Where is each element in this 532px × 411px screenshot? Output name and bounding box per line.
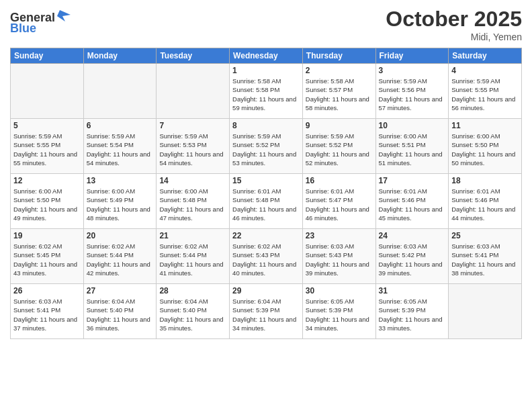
calendar-cell: 23Sunrise: 6:03 AM Sunset: 5:43 PM Dayli… bbox=[302, 229, 375, 284]
day-info: Sunrise: 6:05 AM Sunset: 5:39 PM Dayligh… bbox=[306, 297, 373, 332]
weekday-header-thursday: Thursday bbox=[302, 48, 375, 64]
day-number: 21 bbox=[159, 231, 226, 240]
week-row-5: 26Sunrise: 6:03 AM Sunset: 5:41 PM Dayli… bbox=[11, 284, 522, 339]
calendar-cell: 10Sunrise: 6:00 AM Sunset: 5:51 PM Dayli… bbox=[375, 119, 449, 174]
day-number: 3 bbox=[379, 66, 446, 75]
calendar-cell: 6Sunrise: 5:59 AM Sunset: 5:54 PM Daylig… bbox=[83, 119, 157, 174]
day-info: Sunrise: 6:02 AM Sunset: 5:44 PM Dayligh… bbox=[87, 242, 154, 277]
day-info: Sunrise: 5:59 AM Sunset: 5:55 PM Dayligh… bbox=[13, 132, 81, 167]
day-info: Sunrise: 5:58 AM Sunset: 5:57 PM Dayligh… bbox=[306, 77, 373, 112]
day-info: Sunrise: 6:01 AM Sunset: 5:46 PM Dayligh… bbox=[379, 187, 446, 222]
header: General Blue October 2025 Midi, Yemen bbox=[10, 7, 522, 42]
day-number: 9 bbox=[306, 121, 373, 130]
calendar-table: SundayMondayTuesdayWednesdayThursdayFrid… bbox=[10, 48, 522, 339]
day-number: 25 bbox=[451, 231, 519, 240]
day-info: Sunrise: 6:00 AM Sunset: 5:50 PM Dayligh… bbox=[451, 132, 519, 167]
week-row-2: 5Sunrise: 5:59 AM Sunset: 5:55 PM Daylig… bbox=[11, 119, 522, 174]
calendar-cell: 17Sunrise: 6:01 AM Sunset: 5:46 PM Dayli… bbox=[375, 174, 449, 229]
calendar-cell bbox=[11, 64, 84, 119]
calendar-cell: 15Sunrise: 6:01 AM Sunset: 5:48 PM Dayli… bbox=[230, 174, 303, 229]
calendar-cell: 21Sunrise: 6:02 AM Sunset: 5:44 PM Dayli… bbox=[157, 229, 230, 284]
day-number: 8 bbox=[232, 121, 300, 130]
day-number: 28 bbox=[159, 286, 226, 295]
calendar-cell: 9Sunrise: 5:59 AM Sunset: 5:52 PM Daylig… bbox=[302, 119, 375, 174]
calendar-cell: 20Sunrise: 6:02 AM Sunset: 5:44 PM Dayli… bbox=[83, 229, 157, 284]
day-info: Sunrise: 6:00 AM Sunset: 5:49 PM Dayligh… bbox=[87, 187, 154, 222]
day-number: 6 bbox=[87, 121, 154, 130]
day-info: Sunrise: 6:03 AM Sunset: 5:42 PM Dayligh… bbox=[379, 242, 446, 277]
day-info: Sunrise: 6:01 AM Sunset: 5:47 PM Dayligh… bbox=[306, 187, 373, 222]
day-info: Sunrise: 5:59 AM Sunset: 5:55 PM Dayligh… bbox=[451, 77, 519, 112]
day-number: 5 bbox=[13, 121, 81, 130]
day-number: 26 bbox=[13, 286, 81, 295]
day-info: Sunrise: 6:01 AM Sunset: 5:46 PM Dayligh… bbox=[451, 187, 519, 222]
calendar-cell: 2Sunrise: 5:58 AM Sunset: 5:57 PM Daylig… bbox=[302, 64, 375, 119]
day-number: 12 bbox=[13, 176, 81, 185]
title-block: October 2025 Midi, Yemen bbox=[386, 7, 522, 42]
day-number: 29 bbox=[232, 286, 300, 295]
calendar-cell: 13Sunrise: 6:00 AM Sunset: 5:49 PM Dayli… bbox=[83, 174, 157, 229]
day-info: Sunrise: 6:00 AM Sunset: 5:50 PM Dayligh… bbox=[13, 187, 81, 222]
week-row-3: 12Sunrise: 6:00 AM Sunset: 5:50 PM Dayli… bbox=[11, 174, 522, 229]
day-number: 13 bbox=[87, 176, 154, 185]
day-number: 7 bbox=[159, 121, 226, 130]
day-info: Sunrise: 6:04 AM Sunset: 5:40 PM Dayligh… bbox=[87, 297, 154, 332]
svg-text:Blue: Blue bbox=[10, 21, 36, 34]
day-info: Sunrise: 6:03 AM Sunset: 5:41 PM Dayligh… bbox=[451, 242, 519, 277]
weekday-header-friday: Friday bbox=[375, 48, 449, 64]
calendar-cell: 27Sunrise: 6:04 AM Sunset: 5:40 PM Dayli… bbox=[83, 284, 157, 339]
day-info: Sunrise: 6:03 AM Sunset: 5:41 PM Dayligh… bbox=[13, 297, 81, 332]
calendar-cell: 3Sunrise: 5:59 AM Sunset: 5:56 PM Daylig… bbox=[375, 64, 449, 119]
logo-block: General Blue bbox=[10, 7, 77, 36]
day-info: Sunrise: 5:59 AM Sunset: 5:52 PM Dayligh… bbox=[232, 132, 300, 167]
weekday-header-monday: Monday bbox=[83, 48, 157, 64]
day-number: 1 bbox=[232, 66, 300, 75]
day-number: 22 bbox=[232, 231, 300, 240]
day-number: 17 bbox=[379, 176, 446, 185]
logo-svg: General Blue bbox=[10, 7, 77, 34]
logo: General Blue bbox=[10, 7, 77, 36]
calendar-cell: 11Sunrise: 6:00 AM Sunset: 5:50 PM Dayli… bbox=[449, 119, 522, 174]
calendar-cell: 5Sunrise: 5:59 AM Sunset: 5:55 PM Daylig… bbox=[11, 119, 84, 174]
day-number: 18 bbox=[451, 176, 519, 185]
day-info: Sunrise: 6:04 AM Sunset: 5:40 PM Dayligh… bbox=[159, 297, 226, 332]
calendar-cell: 16Sunrise: 6:01 AM Sunset: 5:47 PM Dayli… bbox=[302, 174, 375, 229]
day-info: Sunrise: 6:02 AM Sunset: 5:43 PM Dayligh… bbox=[232, 242, 300, 277]
calendar-cell: 28Sunrise: 6:04 AM Sunset: 5:40 PM Dayli… bbox=[157, 284, 230, 339]
calendar-cell: 18Sunrise: 6:01 AM Sunset: 5:46 PM Dayli… bbox=[449, 174, 522, 229]
week-row-1: 1Sunrise: 5:58 AM Sunset: 5:58 PM Daylig… bbox=[11, 64, 522, 119]
day-number: 20 bbox=[87, 231, 154, 240]
day-number: 27 bbox=[87, 286, 154, 295]
day-info: Sunrise: 5:59 AM Sunset: 5:53 PM Dayligh… bbox=[159, 132, 226, 167]
day-number: 16 bbox=[306, 176, 373, 185]
day-number: 23 bbox=[306, 231, 373, 240]
day-number: 31 bbox=[379, 286, 446, 295]
day-number: 19 bbox=[13, 231, 81, 240]
calendar-cell: 4Sunrise: 5:59 AM Sunset: 5:55 PM Daylig… bbox=[449, 64, 522, 119]
calendar-cell: 30Sunrise: 6:05 AM Sunset: 5:39 PM Dayli… bbox=[302, 284, 375, 339]
calendar-cell: 1Sunrise: 5:58 AM Sunset: 5:58 PM Daylig… bbox=[230, 64, 303, 119]
day-number: 4 bbox=[451, 66, 519, 75]
day-number: 24 bbox=[379, 231, 446, 240]
day-info: Sunrise: 6:04 AM Sunset: 5:39 PM Dayligh… bbox=[232, 297, 300, 332]
day-info: Sunrise: 5:59 AM Sunset: 5:56 PM Dayligh… bbox=[379, 77, 446, 112]
calendar-cell bbox=[83, 64, 157, 119]
day-info: Sunrise: 5:59 AM Sunset: 5:52 PM Dayligh… bbox=[306, 132, 373, 167]
week-row-4: 19Sunrise: 6:02 AM Sunset: 5:45 PM Dayli… bbox=[11, 229, 522, 284]
day-info: Sunrise: 6:01 AM Sunset: 5:48 PM Dayligh… bbox=[232, 187, 300, 222]
calendar-cell: 25Sunrise: 6:03 AM Sunset: 5:41 PM Dayli… bbox=[449, 229, 522, 284]
day-info: Sunrise: 6:03 AM Sunset: 5:43 PM Dayligh… bbox=[306, 242, 373, 277]
calendar-cell: 26Sunrise: 6:03 AM Sunset: 5:41 PM Dayli… bbox=[11, 284, 84, 339]
day-info: Sunrise: 5:59 AM Sunset: 5:54 PM Dayligh… bbox=[87, 132, 154, 167]
calendar-cell: 24Sunrise: 6:03 AM Sunset: 5:42 PM Dayli… bbox=[375, 229, 449, 284]
day-info: Sunrise: 6:00 AM Sunset: 5:48 PM Dayligh… bbox=[159, 187, 226, 222]
calendar-cell bbox=[449, 284, 522, 339]
calendar-cell: 8Sunrise: 5:59 AM Sunset: 5:52 PM Daylig… bbox=[230, 119, 303, 174]
day-info: Sunrise: 6:00 AM Sunset: 5:51 PM Dayligh… bbox=[379, 132, 446, 167]
day-number: 15 bbox=[232, 176, 300, 185]
day-info: Sunrise: 6:02 AM Sunset: 5:44 PM Dayligh… bbox=[159, 242, 226, 277]
calendar-cell: 12Sunrise: 6:00 AM Sunset: 5:50 PM Dayli… bbox=[11, 174, 84, 229]
weekday-header-row: SundayMondayTuesdayWednesdayThursdayFrid… bbox=[11, 48, 522, 64]
day-info: Sunrise: 5:58 AM Sunset: 5:58 PM Dayligh… bbox=[232, 77, 300, 112]
page: General Blue October 2025 Midi, Yemen Su… bbox=[0, 0, 532, 411]
